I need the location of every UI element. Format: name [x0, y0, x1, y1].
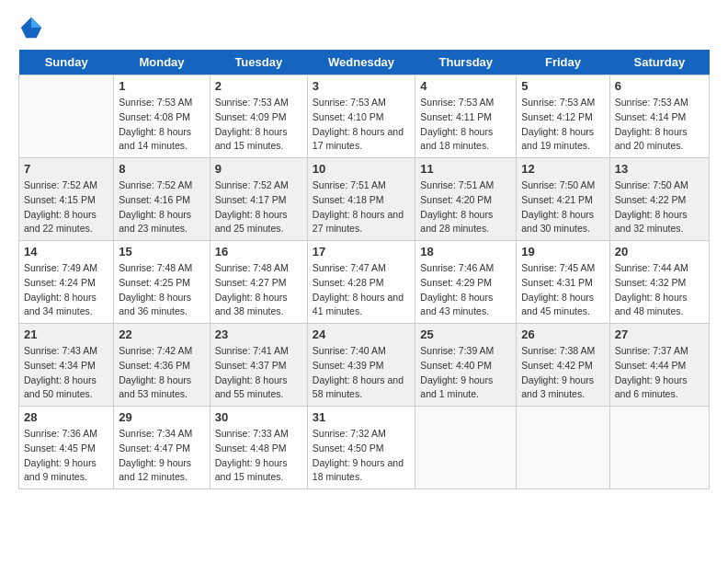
cell-info: Sunrise: 7:39 AMSunset: 4:40 PMDaylight:…: [420, 344, 511, 402]
week-row-3: 14Sunrise: 7:49 AMSunset: 4:24 PMDayligh…: [19, 241, 710, 324]
cell-date: 19: [521, 245, 605, 259]
calendar-cell: 25Sunrise: 7:39 AMSunset: 4:40 PMDayligh…: [415, 324, 517, 407]
cell-info: Sunrise: 7:53 AMSunset: 4:12 PMDaylight:…: [521, 96, 605, 154]
cell-date: 4: [420, 79, 511, 93]
week-row-5: 28Sunrise: 7:36 AMSunset: 4:45 PMDayligh…: [19, 407, 710, 489]
calendar-cell: 20Sunrise: 7:44 AMSunset: 4:32 PMDayligh…: [609, 241, 709, 324]
cell-info: Sunrise: 7:53 AMSunset: 4:14 PMDaylight:…: [615, 96, 704, 154]
calendar-cell: 6Sunrise: 7:53 AMSunset: 4:14 PMDaylight…: [609, 75, 709, 158]
cell-date: 13: [615, 162, 704, 176]
calendar-cell: 18Sunrise: 7:46 AMSunset: 4:29 PMDayligh…: [415, 241, 517, 324]
cell-info: Sunrise: 7:46 AMSunset: 4:29 PMDaylight:…: [420, 261, 511, 319]
cell-info: Sunrise: 7:43 AMSunset: 4:34 PMDaylight:…: [24, 344, 108, 402]
cell-info: Sunrise: 7:47 AMSunset: 4:28 PMDaylight:…: [313, 261, 411, 319]
cell-date: 30: [215, 410, 302, 424]
calendar-cell: 16Sunrise: 7:48 AMSunset: 4:27 PMDayligh…: [210, 241, 307, 324]
cell-info: Sunrise: 7:45 AMSunset: 4:31 PMDaylight:…: [521, 261, 605, 319]
cell-info: Sunrise: 7:33 AMSunset: 4:48 PMDaylight:…: [215, 427, 302, 485]
calendar-cell: 17Sunrise: 7:47 AMSunset: 4:28 PMDayligh…: [307, 241, 415, 324]
cell-info: Sunrise: 7:49 AMSunset: 4:24 PMDaylight:…: [24, 261, 108, 319]
cell-date: 24: [313, 327, 411, 341]
cell-date: 14: [24, 245, 108, 259]
cell-info: Sunrise: 7:53 AMSunset: 4:09 PMDaylight:…: [215, 96, 302, 154]
calendar-cell: [19, 75, 114, 158]
cell-date: 11: [420, 162, 511, 176]
week-row-1: 1Sunrise: 7:53 AMSunset: 4:08 PMDaylight…: [19, 75, 710, 158]
cell-info: Sunrise: 7:50 AMSunset: 4:21 PMDaylight:…: [521, 178, 605, 236]
calendar-cell: 27Sunrise: 7:37 AMSunset: 4:44 PMDayligh…: [609, 324, 709, 407]
calendar-cell: 11Sunrise: 7:51 AMSunset: 4:20 PMDayligh…: [415, 158, 517, 241]
cell-date: 17: [313, 245, 411, 259]
calendar-cell: 26Sunrise: 7:38 AMSunset: 4:42 PMDayligh…: [517, 324, 610, 407]
cell-info: Sunrise: 7:51 AMSunset: 4:18 PMDaylight:…: [313, 178, 411, 236]
cell-date: 18: [420, 245, 511, 259]
day-header-tuesday: Tuesday: [210, 50, 307, 75]
page-header: [18, 15, 710, 40]
calendar-body: 1Sunrise: 7:53 AMSunset: 4:08 PMDaylight…: [19, 75, 710, 489]
cell-date: 25: [420, 327, 511, 341]
calendar-cell: 21Sunrise: 7:43 AMSunset: 4:34 PMDayligh…: [19, 324, 114, 407]
svg-marker-1: [31, 17, 41, 28]
cell-date: 29: [119, 410, 205, 424]
cell-date: 27: [615, 327, 704, 341]
calendar-cell: 28Sunrise: 7:36 AMSunset: 4:45 PMDayligh…: [19, 407, 114, 489]
cell-date: 5: [521, 79, 605, 93]
cell-info: Sunrise: 7:37 AMSunset: 4:44 PMDaylight:…: [615, 344, 704, 402]
calendar-cell: 24Sunrise: 7:40 AMSunset: 4:39 PMDayligh…: [307, 324, 415, 407]
calendar-cell: 19Sunrise: 7:45 AMSunset: 4:31 PMDayligh…: [517, 241, 610, 324]
calendar-cell: 13Sunrise: 7:50 AMSunset: 4:22 PMDayligh…: [609, 158, 709, 241]
cell-date: 8: [119, 162, 205, 176]
calendar-cell: 7Sunrise: 7:52 AMSunset: 4:15 PMDaylight…: [19, 158, 114, 241]
cell-info: Sunrise: 7:40 AMSunset: 4:39 PMDaylight:…: [313, 344, 411, 402]
week-row-2: 7Sunrise: 7:52 AMSunset: 4:15 PMDaylight…: [19, 158, 710, 241]
day-header-saturday: Saturday: [609, 50, 709, 75]
calendar-cell: 12Sunrise: 7:50 AMSunset: 4:21 PMDayligh…: [517, 158, 610, 241]
cell-date: 28: [24, 410, 108, 424]
cell-info: Sunrise: 7:42 AMSunset: 4:36 PMDaylight:…: [119, 344, 205, 402]
calendar-cell: 8Sunrise: 7:52 AMSunset: 4:16 PMDaylight…: [114, 158, 210, 241]
cell-date: 22: [119, 327, 205, 341]
cell-info: Sunrise: 7:34 AMSunset: 4:47 PMDaylight:…: [119, 427, 205, 485]
day-header-wednesday: Wednesday: [307, 50, 415, 75]
calendar-cell: 14Sunrise: 7:49 AMSunset: 4:24 PMDayligh…: [19, 241, 114, 324]
cell-info: Sunrise: 7:51 AMSunset: 4:20 PMDaylight:…: [420, 178, 511, 236]
cell-date: 9: [215, 162, 302, 176]
cell-info: Sunrise: 7:41 AMSunset: 4:37 PMDaylight:…: [215, 344, 302, 402]
cell-info: Sunrise: 7:52 AMSunset: 4:17 PMDaylight:…: [215, 178, 302, 236]
cell-date: 15: [119, 245, 205, 259]
cell-date: 31: [313, 410, 411, 424]
calendar-cell: 23Sunrise: 7:41 AMSunset: 4:37 PMDayligh…: [210, 324, 307, 407]
day-header-sunday: Sunday: [19, 50, 114, 75]
cell-date: 23: [215, 327, 302, 341]
cell-info: Sunrise: 7:53 AMSunset: 4:11 PMDaylight:…: [420, 96, 511, 154]
cell-date: 26: [521, 327, 605, 341]
cell-date: 3: [313, 79, 411, 93]
cell-date: 12: [521, 162, 605, 176]
calendar-cell: 30Sunrise: 7:33 AMSunset: 4:48 PMDayligh…: [210, 407, 307, 489]
cell-date: 21: [24, 327, 108, 341]
cell-info: Sunrise: 7:50 AMSunset: 4:22 PMDaylight:…: [615, 178, 704, 236]
cell-date: 2: [215, 79, 302, 93]
calendar-cell: 5Sunrise: 7:53 AMSunset: 4:12 PMDaylight…: [517, 75, 610, 158]
logo-icon: [18, 15, 44, 40]
cell-info: Sunrise: 7:52 AMSunset: 4:16 PMDaylight:…: [119, 178, 205, 236]
cell-info: Sunrise: 7:32 AMSunset: 4:50 PMDaylight:…: [313, 427, 411, 485]
cell-date: 1: [119, 79, 205, 93]
cell-info: Sunrise: 7:48 AMSunset: 4:25 PMDaylight:…: [119, 261, 205, 319]
cell-date: 16: [215, 245, 302, 259]
week-row-4: 21Sunrise: 7:43 AMSunset: 4:34 PMDayligh…: [19, 324, 710, 407]
day-header-monday: Monday: [114, 50, 210, 75]
cell-info: Sunrise: 7:53 AMSunset: 4:10 PMDaylight:…: [313, 96, 411, 154]
cell-info: Sunrise: 7:52 AMSunset: 4:15 PMDaylight:…: [24, 178, 108, 236]
calendar-table: SundayMondayTuesdayWednesdayThursdayFrid…: [18, 50, 710, 489]
cell-info: Sunrise: 7:53 AMSunset: 4:08 PMDaylight:…: [119, 96, 205, 154]
cell-info: Sunrise: 7:38 AMSunset: 4:42 PMDaylight:…: [521, 344, 605, 402]
calendar-cell: [517, 407, 610, 489]
calendar-header-row: SundayMondayTuesdayWednesdayThursdayFrid…: [19, 50, 710, 75]
cell-date: 10: [313, 162, 411, 176]
calendar-cell: 31Sunrise: 7:32 AMSunset: 4:50 PMDayligh…: [307, 407, 415, 489]
calendar-cell: [609, 407, 709, 489]
calendar-cell: 29Sunrise: 7:34 AMSunset: 4:47 PMDayligh…: [114, 407, 210, 489]
cell-info: Sunrise: 7:48 AMSunset: 4:27 PMDaylight:…: [215, 261, 302, 319]
calendar-cell: 9Sunrise: 7:52 AMSunset: 4:17 PMDaylight…: [210, 158, 307, 241]
